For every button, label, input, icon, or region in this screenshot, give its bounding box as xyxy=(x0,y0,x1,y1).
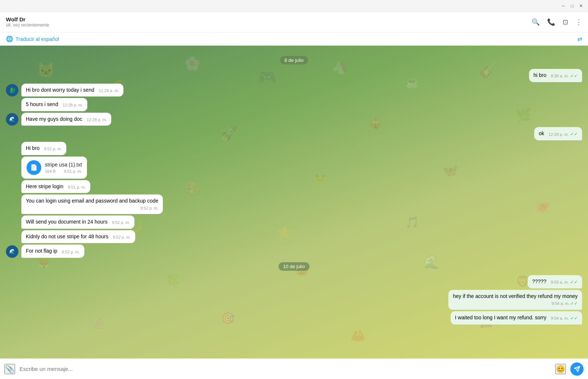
bubble-time-12: 9:52 p. m. xyxy=(62,249,80,255)
bubble-text-row-8: Here stripe login 9:51 p. m. xyxy=(26,183,86,190)
check-icon-1: ✓✓ xyxy=(570,73,578,79)
bubble-text-row-5: ok 12:28 p. m. ✓✓ xyxy=(539,130,578,137)
bubble-text-15: I waited too long I want my refund. sorr… xyxy=(455,314,546,322)
avatar-placeholder-2: 🐉 xyxy=(9,87,15,93)
maximize-button[interactable]: □ xyxy=(570,3,575,8)
msg-row-7: 📄 stripe usa (1).txt 164 B 9:51 p. m. xyxy=(6,157,582,179)
titlebar-controls: ─ □ ✕ xyxy=(561,3,584,8)
translate-icon: 🌐 xyxy=(6,35,13,42)
svg-text:🦀: 🦀 xyxy=(350,328,366,344)
check-icon-5: ✓✓ xyxy=(570,131,578,137)
bubble-time-3: 12:28 p. m. xyxy=(63,102,83,108)
avatar-12: 🌊 xyxy=(6,245,18,258)
bubble-text-12: For not flag ip xyxy=(26,248,57,255)
messages-container: 8 de julio hi bro 8:38 a. m. ✓✓ 🐉 Hi bro… xyxy=(0,56,588,324)
titlebar: ─ □ ✕ xyxy=(0,0,588,12)
file-icon-7: 📄 xyxy=(27,160,41,175)
file-info-7: stripe usa (1).txt 164 B 9:51 p. m. xyxy=(45,162,82,173)
bubble-10: Will send you document in 24 hours 9:52 … xyxy=(21,215,134,229)
bubble-text-row-14: hey if the account is not verified they … xyxy=(453,293,578,300)
bubble-footer-9: 9:52 p. m. xyxy=(26,206,158,211)
minimize-button[interactable]: ─ xyxy=(561,3,566,8)
header-info: Wolf Dr últ. vez recientemente xyxy=(6,16,49,28)
contact-name: Wolf Dr xyxy=(6,16,49,22)
translate-button[interactable]: 🌐 Traducir al español xyxy=(6,35,59,42)
msg-row-12: 🌊 For not flag ip 9:52 p. m. xyxy=(6,245,582,258)
search-icon[interactable]: 🔍 xyxy=(532,18,540,26)
bubble-time-4: 12:28 p. m. xyxy=(87,117,107,123)
bubble-time-5: 12:28 p. m. xyxy=(549,132,569,137)
bubble-15: I waited too long I want my refund. sorr… xyxy=(451,311,582,324)
bubble-2: Hi bro dont worry today i send 11:28 a. … xyxy=(21,84,123,97)
bubble-text-row-11: Kidnly do not use stripe for 48 hours 9:… xyxy=(26,233,131,241)
file-bubble-7[interactable]: 📄 stripe usa (1).txt 164 B 9:51 p. m. xyxy=(21,157,87,179)
bubble-text-row-6: Hi bro 9:51 p. m. xyxy=(26,145,62,152)
translate-settings-icon[interactable]: ⇄ xyxy=(577,35,582,42)
chat-area: 🐱 🍕 🌸 🎮 🦄 ☕ 🎸 🎭 🚀 🎪 🌿 🍦 🎨 🐸 🦋 🌙 ⭐ 🎵 🐙 🦊 … xyxy=(0,46,588,358)
chat-header: Wolf Dr últ. vez recientemente 🔍 📞 ⊡ ⋮ xyxy=(0,12,588,32)
bubble-text-row-3: 5 hours i send 12:28 p. m. xyxy=(26,101,83,108)
bubble-text-1: hi bro xyxy=(533,72,546,79)
bubble-time-15: 9:54 a. m. xyxy=(551,316,569,321)
bubble-5: ok 12:28 p. m. ✓✓ xyxy=(534,127,582,140)
bubble-text-2: Hi bro dont worry today i send xyxy=(26,87,94,94)
bubble-time-13: 9:53 a. m. xyxy=(551,280,569,285)
bubble-text-row-9: You can login using email and password a… xyxy=(26,197,158,205)
translate-bar: 🌐 Traducir al español ⇄ xyxy=(0,32,588,46)
date-divider-1: 8 de julio xyxy=(6,56,582,64)
attach-button[interactable]: 📎 xyxy=(4,364,15,374)
bubble-text-row-13: ????? 9:53 a. m. ✓✓ xyxy=(532,278,578,285)
send-button[interactable] xyxy=(570,362,584,376)
bubble-text-13: ????? xyxy=(532,278,546,285)
send-icon xyxy=(574,366,580,372)
bubble-6: Hi bro 9:51 p. m. xyxy=(21,142,66,155)
msg-row-4: 🌊 Have my guys doing doc 12:28 p. m. xyxy=(6,113,582,126)
bubble-4: Have my guys doing doc 12:28 p. m. xyxy=(21,113,111,126)
bubble-text-14: hey if the account is not verified they … xyxy=(453,293,578,300)
bubble-12: For not flag ip 9:52 p. m. xyxy=(21,245,84,258)
avatar-placeholder-12: 🌊 xyxy=(9,249,15,255)
bubble-text-10: Will send you document in 24 hours xyxy=(26,218,108,226)
msg-row-13: ????? 9:53 a. m. ✓✓ xyxy=(6,275,582,288)
check-icon-14: ✓✓ xyxy=(570,301,578,307)
more-icon[interactable]: ⋮ xyxy=(575,18,582,26)
date-badge-2: 10 de julio xyxy=(279,262,309,271)
phone-icon[interactable]: 📞 xyxy=(547,18,555,26)
msg-row-2: 🐉 Hi bro dont worry today i send 11:28 a… xyxy=(6,84,582,97)
msg-row-15: I waited too long I want my refund. sorr… xyxy=(6,311,582,324)
bubble-text-row-2: Hi bro dont worry today i send 11:28 a. … xyxy=(26,87,119,94)
input-bar: 📎 😊 xyxy=(0,358,588,379)
file-size-7: 164 B xyxy=(45,169,56,173)
message-input[interactable] xyxy=(20,366,551,372)
bubble-time-1: 8:38 a. m. xyxy=(551,73,569,79)
msg-row-8: Here stripe login 9:51 p. m. xyxy=(6,180,582,193)
header-actions: 🔍 📞 ⊡ ⋮ xyxy=(532,18,582,26)
bubble-time-11: 9:52 p. m. xyxy=(113,235,131,240)
bubble-time-6: 9:51 p. m. xyxy=(44,146,62,152)
msg-row-5: ok 12:28 p. m. ✓✓ xyxy=(6,127,582,140)
bubble-text-5: ok xyxy=(539,130,544,137)
file-icon-glyph: 📄 xyxy=(30,164,38,171)
bubble-text-row-10: Will send you document in 24 hours 9:52 … xyxy=(26,218,130,226)
check-icon-13: ✓✓ xyxy=(570,279,578,285)
bubble-text-4: Have my guys doing doc xyxy=(26,116,82,123)
emoji-button[interactable]: 😊 xyxy=(555,364,566,374)
bubble-time-9: 9:52 p. m. xyxy=(140,206,158,211)
file-inner-7: 📄 stripe usa (1).txt 164 B 9:51 p. m. xyxy=(27,160,82,175)
file-name-7: stripe usa (1).txt xyxy=(45,162,82,168)
bubble-11: Kidnly do not use stripe for 48 hours 9:… xyxy=(21,230,135,243)
layout-icon[interactable]: ⊡ xyxy=(563,18,568,26)
date-badge-1: 8 de julio xyxy=(280,56,308,64)
bubble-text-row-1: hi bro 8:38 a. m. ✓✓ xyxy=(533,72,578,79)
bubble-time-10: 9:52 p. m. xyxy=(112,220,130,225)
bubble-9: You can login using email and password a… xyxy=(21,194,163,214)
check-icon-15: ✓✓ xyxy=(570,315,578,322)
bubble-text-row-4: Have my guys doing doc 12:28 p. m. xyxy=(26,116,107,123)
avatar-4: 🌊 xyxy=(6,113,18,126)
bubble-13: ????? 9:53 a. m. ✓✓ xyxy=(528,275,582,288)
close-button[interactable]: ✕ xyxy=(578,3,584,8)
bubble-8: Here stripe login 9:51 p. m. xyxy=(21,180,90,193)
bubble-14: hey if the account is not verified they … xyxy=(448,290,582,310)
msg-row-11: Kidnly do not use stripe for 48 hours 9:… xyxy=(6,230,582,243)
bubble-footer-14: 9:54 a. m. ✓✓ xyxy=(453,301,578,307)
